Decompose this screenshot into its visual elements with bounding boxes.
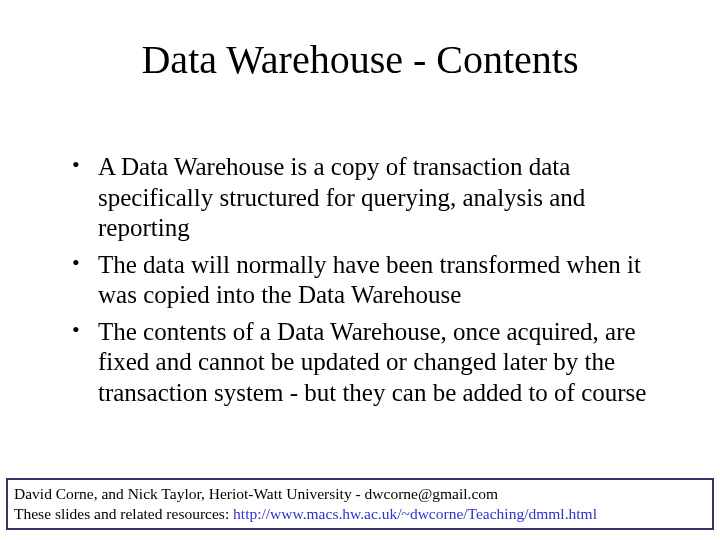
footer-line-2-prefix: These slides and related resources: [14,505,233,522]
list-item: A Data Warehouse is a copy of transactio… [68,152,668,244]
slide-body: A Data Warehouse is a copy of transactio… [68,152,668,414]
footer-line-2: These slides and related resources: http… [14,504,706,523]
bullet-list: A Data Warehouse is a copy of transactio… [68,152,668,408]
list-item: The data will normally have been transfo… [68,250,668,311]
footer-box: David Corne, and Nick Taylor, Heriot-Wat… [6,478,714,530]
list-item: The contents of a Data Warehouse, once a… [68,317,668,409]
footer-link[interactable]: http://www.macs.hw.ac.uk/~dwcorne/Teachi… [233,505,597,522]
slide: Data Warehouse - Contents A Data Warehou… [0,0,720,540]
footer-line-1: David Corne, and Nick Taylor, Heriot-Wat… [14,484,706,503]
slide-title: Data Warehouse - Contents [0,36,720,83]
